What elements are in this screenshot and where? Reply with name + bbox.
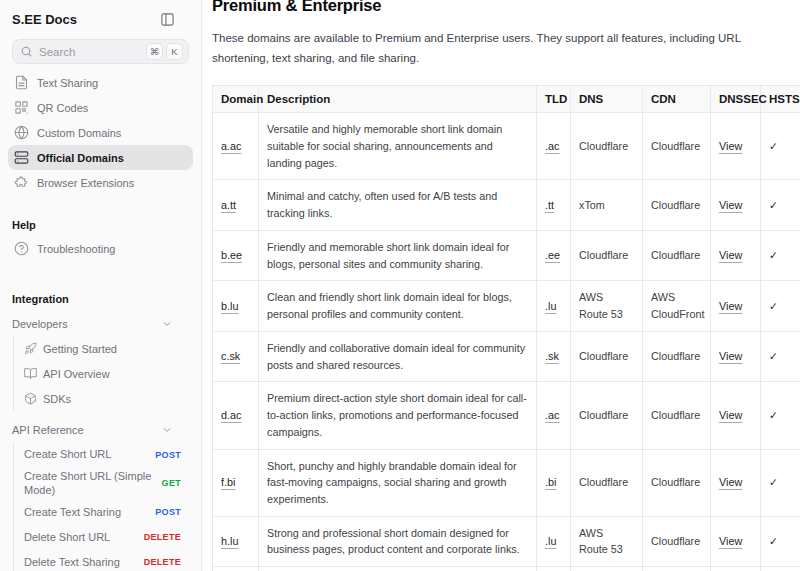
sidebar-item-create-short-url-simple-mode[interactable]: Create Short URL (Simple Mode) GET [22,467,193,500]
sidebar-nav: Text Sharing QR Codes Custom Domains Off… [8,70,193,195]
table-row: h.lu Strong and professional short domai… [213,516,800,566]
domain-description: Strong and professional short domain des… [259,516,537,566]
dns-value: AWS Route 53 [571,516,643,566]
cmd-key: ⌘ [146,43,163,60]
domain-description: Premium direct-action style short domain… [259,382,537,449]
search-icon [20,45,33,58]
domain-description: Versatile and highly memorable short lin… [259,113,537,180]
method-badge: GET [162,478,181,488]
file-text-icon [14,75,29,90]
dnssec-view-link[interactable]: View [719,199,742,211]
globe-icon [14,125,29,140]
sidebar-item-delete-text-sharing[interactable]: Delete Text Sharing DELETE [22,550,193,571]
group-label: Developers [12,318,68,330]
domain-description: Clean and friendly short link domain ide… [259,281,537,331]
package-icon [24,392,37,405]
tld-link[interactable]: .lu [545,535,556,547]
col-dnssec: DNSSEC [711,86,761,113]
sidebar-group-api-reference[interactable]: API Reference [8,417,193,442]
sidebar-item-delete-short-url[interactable]: Delete Short URL DELETE [22,525,193,550]
sidebar-header: S.EE Docs [8,8,193,30]
api-reference-subgroup: Create Short URL POST Create Short URL (… [13,442,193,571]
sidebar-item-custom-domains[interactable]: Custom Domains [8,120,193,145]
dnssec-view-link[interactable]: View [719,476,742,488]
method-badge: DELETE [144,557,181,567]
sidebar-item-official-domains[interactable]: Official Domains [8,145,193,170]
sidebar-item-label: Browser Extensions [37,177,134,189]
hsts-check: ✓ [761,382,800,449]
tld-link[interactable]: .bi [545,476,556,488]
chevron-down-icon [161,424,173,436]
dnssec-view-link[interactable]: View [719,249,742,261]
col-domain: Domain [213,86,259,113]
cdn-value: Cloudflare [643,180,711,230]
domain-link[interactable]: a.ac [221,140,241,152]
dnssec-view-link[interactable]: View [719,350,742,362]
tld-link[interactable]: .ee [545,249,560,261]
sidebar-item-label: Getting Started [43,343,117,355]
app-title: S.EE Docs [12,12,77,27]
sidebar-item-getting-started[interactable]: Getting Started [22,336,193,361]
domain-description: Short, punchy and highly brandable domai… [259,449,537,516]
dnssec-view-link[interactable]: View [719,535,742,547]
sidebar-item-troubleshooting[interactable]: Troubleshooting [8,236,193,261]
puzzle-icon [14,175,29,190]
cdn-value: Cloudflare [643,382,711,449]
sidebar-item-create-short-url[interactable]: Create Short URL POST [22,442,193,467]
domain-link[interactable]: c.sk [221,350,240,362]
k-key: K [166,43,183,60]
main-content: Premium & Enterprise These domains are a… [202,0,800,571]
sidebar-item-label: Create Short URL [24,447,149,461]
sidebar-item-label: Text Sharing [37,77,98,89]
hsts-check: ✓ [761,230,800,280]
sidebar-item-qr-codes[interactable]: QR Codes [8,95,193,120]
server-icon [14,150,29,165]
domain-link[interactable]: a.tt [221,199,236,211]
sidebar-item-label: Delete Short URL [24,530,138,544]
dnssec-view-link[interactable]: View [719,140,742,152]
col-tld: TLD [537,86,571,113]
domain-description: Friendly and collaborative domain ideal … [259,331,537,381]
method-badge: DELETE [144,532,181,542]
col-description: Description [259,86,537,113]
search-input[interactable]: Search ⌘ K [12,39,189,64]
dns-value: AWS Route 53 [571,281,643,331]
cdn-value: Cloudflare [643,113,711,180]
tld-link[interactable]: .sk [545,350,559,362]
domain-link[interactable]: d.ac [221,409,241,421]
sidebar-item-label: SDKs [43,393,71,405]
developers-subgroup: Getting Started API Overview SDKs [13,336,193,411]
domain-link[interactable]: b.ee [221,249,242,261]
sidebar-item-browser-extensions[interactable]: Browser Extensions [8,170,193,195]
cdn-value: Cloudflare [643,516,711,566]
rocket-icon [24,342,37,355]
domain-link[interactable]: f.bi [221,476,235,488]
question-circle-icon [14,241,29,256]
cdn-value: Cloudflare [643,449,711,516]
dns-value: Cloudflare [571,230,643,280]
sidebar-item-sdks[interactable]: SDKs [22,386,193,411]
hsts-check: ✓ [761,281,800,331]
dnssec-view-link[interactable]: View [719,300,742,312]
dnssec-view-link[interactable]: View [719,409,742,421]
domain-description: Minimal and catchy, often used for A/B t… [259,180,537,230]
sidebar-item-label: API Overview [43,368,110,380]
table-row: b.lu Clean and friendly short link domai… [213,281,800,331]
sidebar-item-api-overview[interactable]: API Overview [22,361,193,386]
dns-value: xTom [571,180,643,230]
tld-link[interactable]: .tt [545,199,554,211]
domains-table: Domain Description TLD DNS CDN DNSSEC HS… [212,85,800,571]
tld-link[interactable]: .ac [545,140,559,152]
dns-value: Cloudflare [571,382,643,449]
sidebar-item-label: QR Codes [37,102,88,114]
tld-link[interactable]: .lu [545,300,556,312]
domain-description: Friendly and memorable short link domain… [259,230,537,280]
domain-link[interactable]: b.lu [221,300,238,312]
cdn-value: Cloudflare [643,331,711,381]
sidebar-item-create-text-sharing[interactable]: Create Text Sharing POST [22,500,193,525]
sidebar-group-developers[interactable]: Developers [8,311,193,336]
tld-link[interactable]: .ac [545,409,559,421]
sidebar-toggle-icon[interactable] [160,12,175,27]
sidebar-item-text-sharing[interactable]: Text Sharing [8,70,193,95]
domain-link[interactable]: h.lu [221,535,238,547]
